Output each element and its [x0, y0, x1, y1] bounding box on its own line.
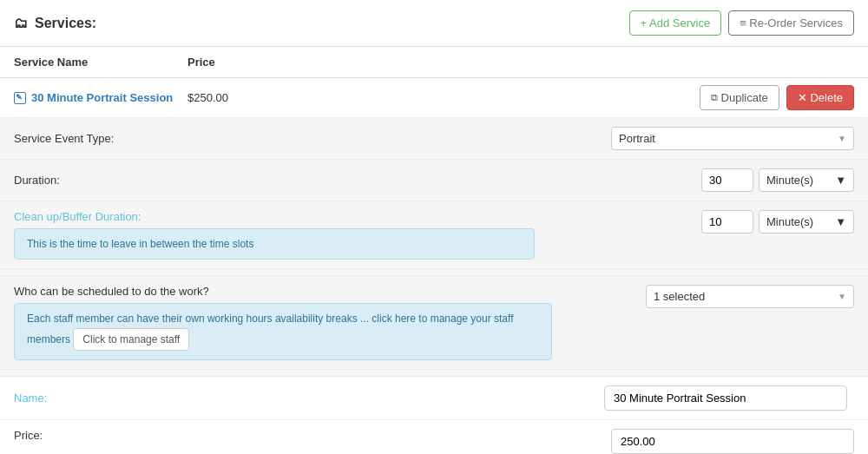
duration-unit-select[interactable]: Minute(s) ▼: [759, 168, 854, 192]
chevron-down-icon: ▼: [835, 174, 846, 187]
price-right: Please enter in only numbers, no currenc…: [552, 429, 854, 454]
edit-icon[interactable]: [14, 92, 26, 104]
chevron-down-icon: ▼: [838, 292, 846, 301]
buffer-control: Minute(s) ▼: [604, 210, 854, 234]
price-section: Price: Please enter in only numbers, no …: [0, 420, 868, 454]
buffer-hint: This is the time to leave in between the…: [14, 228, 535, 260]
service-detail: Service Event Type: Portrait ▼ Duration:…: [0, 118, 868, 454]
service-price: $250.00: [187, 91, 292, 104]
manage-staff-button[interactable]: Click to manage staff: [73, 328, 189, 351]
duration-control: Minute(s) ▼: [604, 168, 854, 192]
service-row: 30 Minute Portrait Session $250.00 ⧉ Dup…: [0, 78, 868, 118]
staff-select[interactable]: 1 selected ▼: [646, 285, 854, 308]
buffer-label: Clean up/Buffer Duration: This is the ti…: [14, 210, 604, 260]
name-control: [604, 385, 847, 411]
buffer-unit-select[interactable]: Minute(s) ▼: [759, 210, 854, 234]
spacer: [0, 269, 868, 276]
event-type-control: Portrait ▼: [604, 127, 854, 150]
service-name[interactable]: 30 Minute Portrait Session: [14, 91, 187, 104]
staff-row: Who can be scheduled to do the work? Eac…: [0, 276, 868, 370]
add-service-button[interactable]: + Add Service: [629, 10, 722, 36]
delete-button[interactable]: ✕ Delete: [786, 85, 854, 110]
duration-input[interactable]: [701, 168, 753, 192]
services-icon: 🗂: [14, 16, 28, 31]
table-header: Service Name Price: [0, 47, 868, 78]
name-row: Name:: [0, 377, 868, 420]
page-title: 🗂 Services:: [14, 16, 96, 31]
duplicate-button[interactable]: ⧉ Duplicate: [700, 85, 779, 110]
staff-left: Who can be scheduled to do the work? Eac…: [14, 285, 611, 360]
duplicate-icon: ⧉: [711, 92, 718, 103]
reorder-services-button[interactable]: ≡ Re-Order Services: [728, 10, 854, 36]
spacer2: [0, 370, 868, 377]
chevron-down-icon: ▼: [835, 215, 846, 228]
price-label: Price:: [14, 429, 552, 442]
buffer-row: Clean up/Buffer Duration: This is the ti…: [0, 201, 868, 269]
name-label: Name:: [14, 391, 604, 405]
event-type-label: Service Event Type:: [14, 132, 604, 145]
event-type-row: Service Event Type: Portrait ▼: [0, 118, 868, 160]
staff-label: Who can be scheduled to do the work?: [14, 285, 611, 298]
name-input[interactable]: [604, 385, 847, 411]
col-price: Price: [187, 56, 292, 69]
price-input[interactable]: [611, 429, 854, 454]
buffer-input[interactable]: [701, 210, 753, 234]
duration-label: Duration:: [14, 174, 604, 187]
col-service-name: Service Name: [14, 56, 187, 69]
event-type-select[interactable]: Portrait ▼: [611, 127, 854, 150]
staff-right: 1 selected ▼: [611, 285, 854, 308]
service-actions: ⧉ Duplicate ✕ Delete: [700, 85, 854, 110]
staff-hint-box: Each staff member can have their own wor…: [14, 303, 552, 360]
chevron-down-icon: ▼: [838, 134, 846, 143]
duration-row: Duration: Minute(s) ▼: [0, 160, 868, 201]
